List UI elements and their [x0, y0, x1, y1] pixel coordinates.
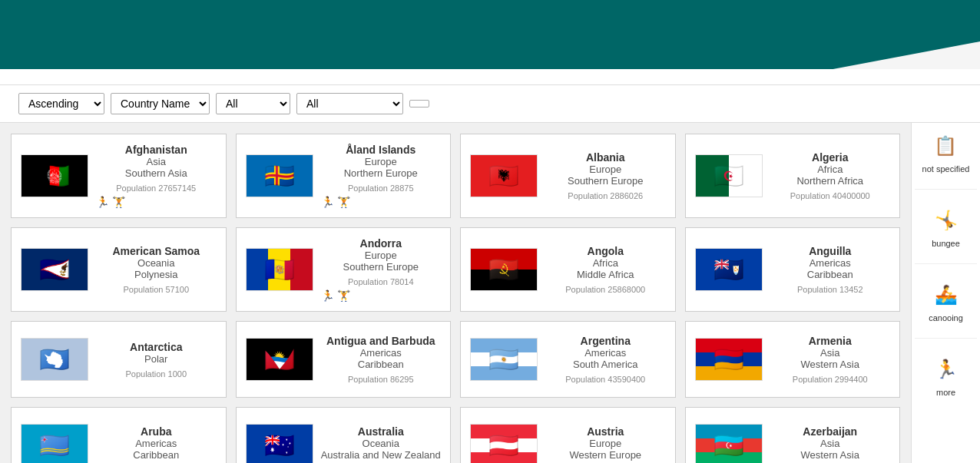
- country-name: Andorra: [321, 237, 442, 250]
- country-region: Europe: [321, 156, 442, 167]
- country-info: AntarcticaPolarPopulation 1000: [96, 341, 217, 379]
- country-region: Americas: [770, 257, 891, 269]
- country-card[interactable]: 🇦🇿AzerbaijanAsiaWestern Asia: [685, 407, 901, 463]
- country-flag: 🇦🇽: [246, 154, 313, 197]
- country-subregion: Southern Europe: [321, 261, 442, 273]
- country-region: Oceania: [96, 257, 217, 269]
- country-card[interactable]: 🇦🇩AndorraEuropeSouthern EuropePopulation…: [236, 227, 452, 312]
- country-card[interactable]: 🇦🇬Antigua and BarbudaAmericasCaribbeanPo…: [236, 321, 452, 398]
- countries-grid: 🇦🇫AfghanistanAsiaSouthern AsiaPopulation…: [0, 123, 911, 463]
- country-name: Åland Islands: [321, 144, 442, 156]
- country-flag: 🇦🇬: [246, 338, 313, 381]
- country-info: ArgentinaAmericasSouth AmericaPopulation…: [545, 335, 666, 384]
- country-name: Armenia: [770, 335, 891, 347]
- sidebar-activity-icon: 🏃: [931, 354, 962, 385]
- country-region: Africa: [545, 257, 666, 269]
- sort-order-select[interactable]: Ascending Descending: [18, 93, 104, 114]
- country-region: Asia: [96, 156, 217, 167]
- country-flag: 🇦🇫: [21, 154, 88, 197]
- activity-icon2: 🏋️: [337, 196, 350, 208]
- sidebar-activity-icon: 🚣: [931, 279, 962, 310]
- sidebar-activity-label: more: [936, 388, 955, 397]
- sidebar-activity-item[interactable]: 🚣canooing: [929, 279, 963, 322]
- country-flag: 🇦🇹: [470, 424, 538, 463]
- sidebar-activity-label: bungee: [932, 239, 960, 248]
- country-card[interactable]: 🇦🇲ArmeniaAsiaWestern AsiaPopulation 2994…: [685, 321, 901, 398]
- country-info: AzerbaijanAsiaWestern Asia: [770, 425, 891, 463]
- sort-field-select[interactable]: Country Name Population Area: [111, 93, 210, 114]
- country-info: AndorraEuropeSouthern EuropePopulation 7…: [321, 237, 442, 302]
- country-population: Population 28875: [321, 184, 442, 193]
- country-subregion: Caribbean: [321, 359, 442, 370]
- country-info: ArmeniaAsiaWestern AsiaPopulation 299440…: [770, 335, 891, 384]
- country-name: Anguilla: [770, 245, 891, 257]
- country-flag: 🇦🇼: [21, 424, 88, 463]
- country-population: Population 57100: [96, 285, 217, 294]
- country-flag: 🇦🇲: [695, 338, 763, 381]
- country-info: AlgeriaAfricaNorthern AfricaPopulation 4…: [770, 151, 891, 200]
- sidebar-activity-item[interactable]: 🤸bungee: [931, 205, 962, 248]
- country-name: Austria: [545, 425, 666, 438]
- country-card[interactable]: 🇦🇱AlbaniaEuropeSouthern EuropePopulation…: [460, 134, 676, 218]
- country-subregion: Caribbean: [96, 449, 217, 461]
- country-region: Americas: [96, 438, 217, 449]
- country-region: Americas: [321, 347, 442, 359]
- activity-icon: 🏃: [96, 196, 109, 208]
- country-card[interactable]: 🇦🇺AustraliaOceaniaAustralia and New Zeal…: [236, 407, 452, 463]
- country-info: Åland IslandsEuropeNorthern EuropePopula…: [321, 144, 442, 208]
- country-card[interactable]: 🇩🇿AlgeriaAfricaNorthern AfricaPopulation…: [685, 134, 901, 218]
- country-region: Europe: [545, 438, 666, 449]
- country-name: Aruba: [96, 425, 217, 438]
- country-info: AustraliaOceaniaAustralia and New Zealan…: [321, 425, 442, 463]
- country-name: Albania: [545, 151, 666, 164]
- country-population: Population 1000: [96, 369, 217, 379]
- country-subregion: Middle Africa: [545, 269, 666, 280]
- country-info: ArubaAmericasCaribbean: [96, 425, 217, 463]
- country-card[interactable]: 🇦🇸American SamoaOceaniaPolynesiaPopulati…: [11, 227, 227, 312]
- country-name: Algeria: [770, 151, 891, 164]
- country-name: Angola: [545, 245, 666, 257]
- activity-icon2: 🏋️: [112, 196, 125, 208]
- country-subregion: Australia and New Zealand: [321, 449, 442, 461]
- country-subregion: Polynesia: [96, 269, 217, 280]
- country-card[interactable]: 🇦🇶AntarcticaPolarPopulation 1000: [11, 321, 227, 398]
- country-flag: 🇦🇴: [470, 248, 538, 291]
- country-name: Antarctica: [96, 341, 217, 353]
- country-card[interactable]: 🇦🇫AfghanistanAsiaSouthern AsiaPopulation…: [11, 134, 227, 218]
- country-region: Europe: [545, 164, 666, 175]
- country-flag: 🇦🇱: [470, 154, 538, 197]
- country-subregion: Southern Europe: [545, 175, 666, 187]
- country-name: American Samoa: [96, 245, 217, 257]
- sidebar-activity-item[interactable]: 🏃more: [931, 354, 962, 397]
- activity-icon: 🏃: [321, 289, 334, 302]
- country-flag: 🇦🇩: [246, 248, 313, 291]
- sidebar-activity-label: not specified: [922, 164, 970, 174]
- country-population: Population 2886026: [545, 191, 666, 200]
- country-card[interactable]: 🇦🇽Åland IslandsEuropeNorthern EuropePopu…: [236, 134, 452, 218]
- sidebar-divider: [915, 338, 977, 339]
- country-subregion: Western Asia: [770, 359, 891, 370]
- country-population: Population 78014: [321, 277, 442, 286]
- country-card[interactable]: 🇦🇮AnguillaAmericasCaribbeanPopulation 13…: [685, 227, 901, 312]
- country-activity-icons: 🏃🏋️: [321, 289, 442, 302]
- sidebar-divider: [915, 189, 977, 190]
- country-info: AlbaniaEuropeSouthern EuropePopulation 2…: [545, 151, 666, 200]
- country-region: Oceania: [321, 438, 442, 449]
- country-subregion: Western Asia: [770, 449, 891, 461]
- country-subregion: Western Europe: [545, 449, 666, 461]
- country-card[interactable]: 🇦🇼ArubaAmericasCaribbean: [11, 407, 227, 463]
- country-name: Antigua and Barbuda: [321, 335, 442, 347]
- save-countries-button[interactable]: [409, 100, 429, 107]
- country-card[interactable]: 🇦🇷ArgentinaAmericasSouth AmericaPopulati…: [460, 321, 676, 398]
- country-card[interactable]: 🇦🇴AngolaAfricaMiddle AfricaPopulation 25…: [460, 227, 676, 312]
- country-info: AustriaEuropeWestern Europe: [545, 425, 666, 463]
- country-info: Antigua and BarbudaAmericasCaribbeanPopu…: [321, 335, 442, 384]
- subregion-filter-select[interactable]: All Northern Africa Southern Asia Wester…: [296, 93, 403, 114]
- country-region: Europe: [321, 250, 442, 261]
- country-population: Population 2994400: [770, 375, 891, 384]
- country-card[interactable]: 🇦🇹AustriaEuropeWestern Europe: [460, 407, 676, 463]
- sidebar-activity-item[interactable]: 📋not specified: [922, 131, 970, 174]
- country-population: Population 27657145: [96, 184, 217, 193]
- region-filter-select[interactable]: All Africa Americas Asia Europe Oceania …: [216, 93, 290, 114]
- country-activity-icons: 🏃🏋️: [96, 196, 217, 208]
